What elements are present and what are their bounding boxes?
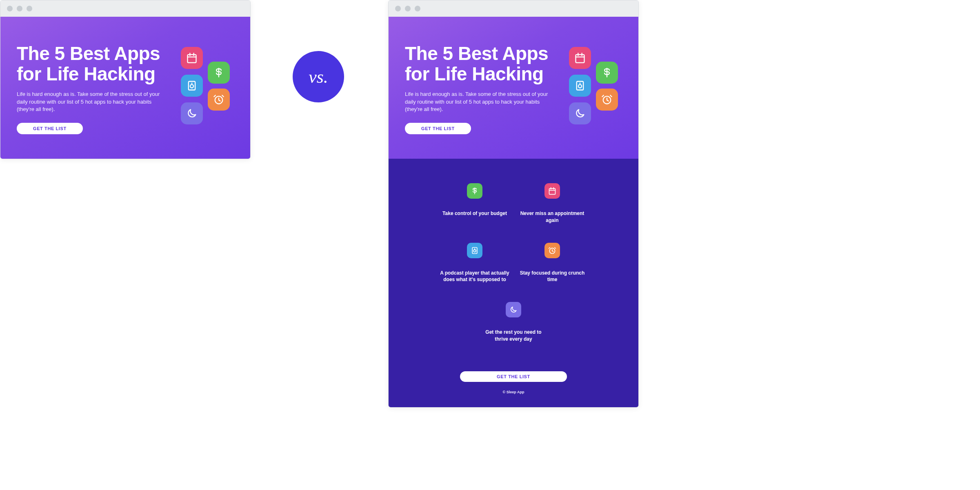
window-chrome — [389, 0, 638, 17]
moon-icon — [569, 102, 591, 124]
get-list-button[interactable]: GET THE LIST — [17, 123, 83, 134]
window-variant-a: The 5 Best Apps for Life Hacking Life is… — [0, 0, 251, 159]
copyright: © Sleep App — [405, 390, 622, 394]
features-panel: Take control of your budgetNever miss an… — [389, 159, 638, 407]
vs-label: vs. — [309, 67, 328, 87]
traffic-light-icon — [27, 6, 32, 11]
traffic-light-icon — [395, 6, 401, 11]
feature-item: Never miss an appointment again — [518, 183, 587, 224]
feature-item: Stay focused during crunch time — [518, 243, 587, 284]
calendar-icon — [181, 47, 203, 69]
dollar-icon — [467, 183, 482, 199]
speaker-icon — [181, 75, 203, 97]
feature-item: Get the rest you need to thrive every da… — [479, 302, 548, 343]
speaker-icon — [569, 75, 591, 97]
traffic-light-icon — [7, 6, 13, 11]
clock-icon — [544, 243, 560, 258]
traffic-light-icon — [17, 6, 22, 11]
traffic-light-icon — [405, 6, 411, 11]
moon-icon — [181, 102, 203, 124]
hero-title: The 5 Best Apps for Life Hacking — [17, 44, 173, 84]
get-list-button[interactable]: GET THE LIST — [460, 371, 567, 382]
speaker-icon — [467, 243, 482, 258]
window-chrome — [0, 0, 250, 17]
feature-label: Get the rest you need to thrive every da… — [479, 329, 548, 343]
feature-label: A podcast player that actually does what… — [440, 270, 509, 284]
window-variant-b: The 5 Best Apps for Life Hacking Life is… — [388, 0, 639, 408]
clock-icon — [596, 89, 618, 111]
get-list-button[interactable]: GET THE LIST — [405, 123, 471, 134]
feature-label: Never miss an appointment again — [518, 210, 587, 224]
hero-panel: The 5 Best Apps for Life Hacking Life is… — [389, 17, 638, 159]
calendar-icon — [544, 183, 560, 199]
clock-icon — [208, 89, 230, 111]
dollar-icon — [208, 62, 230, 84]
feature-item: Take control of your budget — [440, 183, 509, 224]
hero-subtitle: Life is hard enough as is. Take some of … — [17, 91, 164, 113]
feature-label: Take control of your budget — [440, 210, 509, 217]
dollar-icon — [596, 62, 618, 84]
calendar-icon — [569, 47, 591, 69]
hero-icon-cluster — [569, 47, 622, 129]
vs-badge: vs. — [293, 51, 344, 102]
hero-title: The 5 Best Apps for Life Hacking — [405, 44, 561, 84]
feature-item: A podcast player that actually does what… — [440, 243, 509, 284]
traffic-light-icon — [415, 6, 420, 11]
feature-label: Stay focused during crunch time — [518, 270, 587, 284]
hero-icon-cluster — [181, 47, 234, 129]
hero-subtitle: Life is hard enough as is. Take some of … — [405, 91, 552, 113]
moon-icon — [506, 302, 521, 317]
hero-panel: The 5 Best Apps for Life Hacking Life is… — [0, 17, 250, 159]
